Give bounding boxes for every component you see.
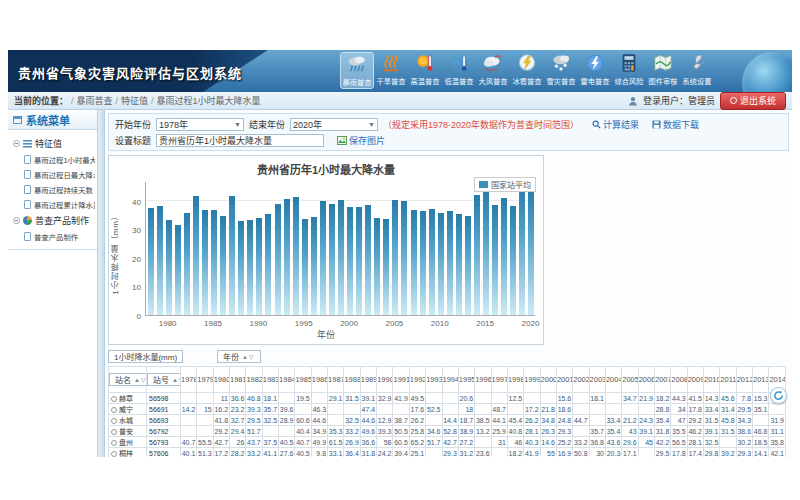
x-tick-label: 1990 <box>243 319 273 328</box>
toolbar-item-lightning[interactable]: 雷电普查 <box>578 52 612 89</box>
value-cell: 27.2 <box>458 437 474 448</box>
station-name-sort-chip[interactable]: 站名▲▽ <box>109 373 147 386</box>
bar <box>356 207 362 315</box>
station-id-cell: 56598 <box>147 393 181 404</box>
value-cell: 41.9 <box>524 448 540 458</box>
tree-group[interactable]: 特征值 <box>10 135 95 152</box>
toolbar-item-risk[interactable]: 综合风险 <box>612 52 646 89</box>
value-cell: 46.8 <box>753 426 769 437</box>
year-column-header: 1989 <box>360 367 376 393</box>
toolbar-item-high-temp[interactable]: 高温普查 <box>408 52 442 89</box>
chart-plot <box>145 182 535 316</box>
breadcrumb-item[interactable]: 暴雨过程1小时最大降水量 <box>157 96 261 106</box>
value-cell: 13.2 <box>475 426 491 437</box>
value-cell: 44.6 <box>311 415 327 426</box>
value-cell: 18 <box>458 404 474 415</box>
collapse-icon[interactable] <box>13 140 20 147</box>
breadcrumb-item[interactable]: 特征值 <box>121 96 148 106</box>
tree-item[interactable]: 暴雨过程1小时最大降水量 <box>10 152 95 167</box>
year-column-header: 2003 <box>589 367 605 393</box>
value-cell: 35.4 <box>605 426 621 437</box>
value-cell: 17.8 <box>671 448 687 458</box>
value-cell: 25.1 <box>409 448 425 458</box>
value-cell: 17.2 <box>524 404 540 415</box>
bar <box>519 185 525 315</box>
station-id-sort-chip[interactable]: 站号▲▽ <box>147 373 181 386</box>
legend-swatch <box>479 181 488 188</box>
tree-group[interactable]: 普查产品制作 <box>10 212 95 229</box>
row-radio[interactable] <box>111 418 117 424</box>
value-cell: 40.1 <box>181 448 197 458</box>
value-cell: 11 <box>213 393 229 404</box>
value-cell: 34.7 <box>622 393 638 404</box>
value-cell: 39.4 <box>393 448 409 458</box>
value-cell: 18.2 <box>654 393 670 404</box>
value-cell: 29.8 <box>704 448 720 458</box>
tree-item[interactable]: 普查产品制作 <box>10 229 95 244</box>
panel-splitter[interactable] <box>98 110 105 457</box>
tree-item[interactable]: 暴雨过程累计降水量 <box>10 197 95 212</box>
value-cell: 50.5 <box>393 426 409 437</box>
document-icon <box>24 170 31 179</box>
toolbar-item-settings[interactable]: 系统设置 <box>680 52 714 89</box>
value-cell: 33.4 <box>605 415 621 426</box>
value-cell <box>279 393 295 404</box>
collapse-icon[interactable] <box>13 217 20 224</box>
save-image-button[interactable]: 保存图片 <box>337 134 385 147</box>
row-radio[interactable] <box>111 429 117 435</box>
toolbar-item-wind[interactable]: 大风普查 <box>476 52 510 89</box>
sort-filter-icons: ▲▽ <box>172 376 181 383</box>
legend-label: 国家站平均 <box>491 179 531 190</box>
row-radio[interactable] <box>111 451 117 457</box>
data-download-button[interactable]: 数据下载 <box>652 118 699 131</box>
risk-icon <box>612 53 646 75</box>
calc-result-button[interactable]: 计算结果 <box>592 118 639 131</box>
value-cell <box>197 393 213 404</box>
app-window: 贵州省气象灾害风险评估与区划系统 暴雨普查干旱普查高温普查低温普查大风普查冰雹普… <box>8 50 792 458</box>
value-cell: 29.5 <box>654 448 670 458</box>
toolbar-item-label: 雪灾普查 <box>546 76 577 86</box>
sidebar-title: 系统菜单 <box>26 112 70 128</box>
breadcrumb-prefix: 当前的位置： <box>14 94 68 107</box>
measure-chip[interactable]: 1小时降水量(mm) <box>108 350 183 363</box>
start-year-select[interactable]: 1978年▼ <box>156 118 244 131</box>
bar <box>175 225 181 315</box>
year-column-header: 1981 <box>230 367 246 393</box>
toolbar-item-map-review[interactable]: 图件审核 <box>646 52 680 89</box>
tree-item[interactable]: 暴雨过程持续天数 <box>10 182 95 197</box>
tree-item[interactable]: 暴雨过程日最大降水量 <box>10 167 95 182</box>
year-column-header: 2004 <box>605 367 621 393</box>
value-cell: 26.3 <box>540 426 556 437</box>
power-icon <box>730 97 737 104</box>
table-row: 赫章565981136.646.818.119.529.131.539.132.… <box>109 393 786 404</box>
year-column-header: 2010 <box>704 367 720 393</box>
value-cell: 46.2 <box>687 426 703 437</box>
row-radio[interactable] <box>111 440 117 446</box>
year-column-header: 1992 <box>409 367 425 393</box>
station-id-header: 站号▲▽ <box>147 367 181 393</box>
x-tick-label: 2000 <box>334 319 364 328</box>
breadcrumb-item[interactable]: 暴雨普查 <box>77 96 113 106</box>
end-year-select[interactable]: 2020年▼ <box>290 118 378 131</box>
value-cell: 17.1 <box>622 448 638 458</box>
refresh-button[interactable] <box>770 387 787 404</box>
year-sort-chip[interactable]: 年份 ▲▽ <box>217 350 261 363</box>
value-cell: 30.2 <box>736 437 752 448</box>
toolbar-item-snow[interactable]: 雪灾普查 <box>544 52 578 89</box>
toolbar-item-low-temp[interactable]: 低温普查 <box>442 52 476 89</box>
logout-button[interactable]: 退出系统 <box>720 92 786 110</box>
toolbar-item-rainstorm[interactable]: 暴雨普查 <box>340 52 374 89</box>
toolbar-item-drought[interactable]: 干旱普查 <box>374 52 408 89</box>
value-cell: 35.5 <box>671 426 687 437</box>
station-name-cell: 桐梓 <box>109 448 147 458</box>
toolbar-item-hail[interactable]: 冰雹普查 <box>510 52 544 89</box>
toolbar-item-label: 暴雨普查 <box>343 77 372 87</box>
value-cell <box>442 404 458 415</box>
x-tick-label: 1985 <box>198 319 228 328</box>
row-radio[interactable] <box>111 407 117 413</box>
value-cell: 47 <box>671 415 687 426</box>
year-column-header: 2007 <box>654 367 670 393</box>
chart-title-input[interactable] <box>156 134 324 147</box>
row-radio[interactable] <box>111 396 117 402</box>
bar <box>202 210 208 315</box>
